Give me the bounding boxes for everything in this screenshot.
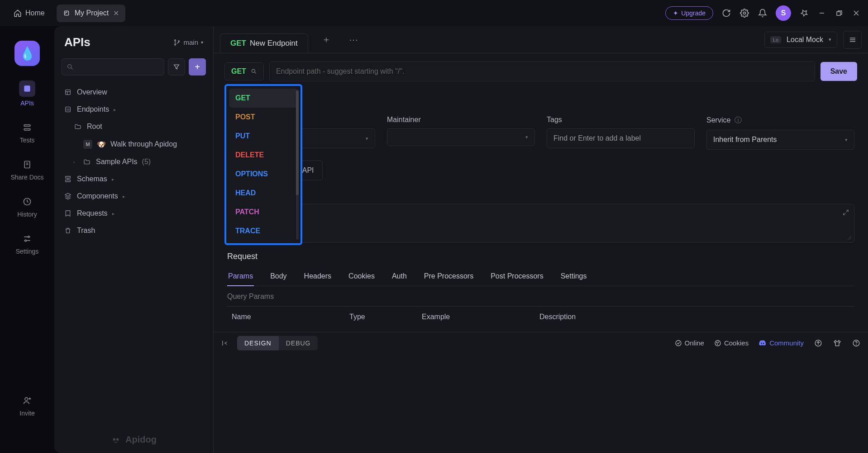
maximize-icon[interactable] [835,9,844,18]
method-option-delete[interactable]: DELETE [229,146,298,165]
svg-point-19 [68,65,72,68]
request-tab-body[interactable]: Body [269,267,287,286]
app-logo[interactable]: 💧 [14,41,40,66]
environment-select[interactable]: Lo Local Mock ▾ [764,32,837,48]
gear-icon[interactable] [739,8,749,18]
search-input[interactable] [62,58,164,76]
method-option-get[interactable]: GET [229,89,298,108]
svg-point-41 [716,342,717,343]
status-online[interactable]: Online [675,339,704,347]
home-button[interactable]: Home [7,5,51,21]
check-circle-icon [675,340,682,347]
expand-icon[interactable] [842,209,849,216]
status-cookies[interactable]: Cookies [714,339,749,347]
dropdown-scrollbar[interactable] [296,90,299,240]
request-tab-auth[interactable]: Auth [391,267,408,286]
content-tab[interactable]: GET New Endpoint [220,33,308,53]
close-window-icon[interactable] [852,9,861,18]
method-option-put[interactable]: PUT [229,127,298,146]
branch-select[interactable]: main ▾ [173,38,203,46]
svg-rect-21 [66,90,71,95]
service-select[interactable]: Inherit from Parents ▾ [706,130,854,150]
project-tab[interactable]: My Project ✕ [57,5,126,22]
tree-walkthrough[interactable]: M 🐶 Walk through Apidog [78,135,210,153]
rail-settings-label: Settings [16,248,39,255]
rail-apis[interactable]: APIs [19,80,35,107]
svg-line-36 [848,236,851,240]
method-option-head[interactable]: HEAD [229,184,298,203]
help-icon[interactable] [852,339,861,348]
mode-design[interactable]: DESIGN [237,336,279,350]
mode-debug[interactable]: DEBUG [279,336,318,350]
requests-icon [63,210,72,217]
description-input[interactable]: Support Markdown [227,204,854,243]
tree-trash[interactable]: Trash [58,222,210,239]
col-name: Name [232,313,349,321]
add-button[interactable]: + [189,58,206,76]
chevron-down-icon: ▾ [366,136,368,142]
method-select[interactable]: GET [224,62,264,80]
save-button[interactable]: Save [820,62,857,81]
help-icon[interactable]: ⓘ [734,116,742,124]
folder-icon [82,158,91,165]
svg-rect-7 [24,125,30,126]
rail-settings[interactable]: Settings [16,232,39,255]
rail-tests-label: Tests [20,137,35,144]
method-option-post[interactable]: POST [229,108,298,127]
rail-history[interactable]: History [17,195,37,218]
tree-root[interactable]: Root [68,118,210,135]
request-tab-settings[interactable]: Settings [560,267,588,286]
tree-components[interactable]: Components ▸ [58,188,210,205]
online-label: Online [685,339,704,347]
tree-requests[interactable]: Requests ▸ [58,205,210,222]
url-input[interactable]: Endpoint path - suggest starting with "/… [269,61,815,81]
tree-sample-apis[interactable]: › Sample APIs (5) [68,153,210,170]
tab-menu-button[interactable]: ⋯ [344,31,362,49]
service-label: Service ⓘ [706,116,854,125]
status-community[interactable]: Community [758,339,804,347]
sidebar-tools: + [54,54,213,80]
rail-tests[interactable]: Tests [20,121,35,144]
project-tab-label: My Project [75,9,109,17]
add-tab-button[interactable]: ＋ [317,31,335,49]
pin-icon[interactable] [799,8,809,18]
sidebar-title: APIs [64,35,91,49]
tree-schemas[interactable]: Schemas ▸ [58,170,210,188]
svg-rect-3 [837,12,840,15]
collapse-sidebar-icon[interactable] [221,339,229,347]
request-tab-cookies[interactable]: Cookies [348,267,376,286]
tests-icon [21,121,33,134]
minimize-icon[interactable] [817,9,826,18]
method-option-options[interactable]: OPTIONS [229,165,298,184]
col-example: Example [422,313,539,321]
upload-icon[interactable] [814,339,823,348]
tree-endpoints[interactable]: 96 Endpoints ▸ [58,101,210,118]
tags-input[interactable]: Find or Enter to add a label [547,128,695,148]
tree-walkthrough-label: Walk through Apidog [110,140,177,148]
avatar[interactable]: S [776,5,791,21]
close-icon[interactable]: ✕ [113,9,119,18]
maintainer-select[interactable]: ▾ [387,128,535,146]
resize-handle-icon[interactable] [847,235,852,241]
form-area: New Endpoint Status Developing ▾ [214,90,868,332]
filter-button[interactable] [168,58,185,76]
upgrade-button[interactable]: ✦ Upgrade [665,6,713,20]
request-tab-headers[interactable]: Headers [303,267,332,286]
shirt-icon[interactable] [833,339,842,348]
sidebar: APIs main ▾ + [54,26,214,453]
caret-icon: ▸ [123,194,125,199]
svg-point-30 [116,438,119,441]
request-tab-pre-processors[interactable]: Pre Processors [423,267,474,286]
rail-share-docs[interactable]: Share Docs [10,158,43,181]
method-option-patch[interactable]: PATCH [229,203,298,222]
bell-icon[interactable] [758,8,768,18]
rail-invite[interactable]: Invite [19,394,34,417]
request-tab-params[interactable]: Params [227,267,254,286]
scrollbar-thumb[interactable] [296,90,299,195]
request-tab-post-processors[interactable]: Post Processors [490,267,544,286]
hamburger-menu[interactable] [844,31,862,49]
refresh-icon[interactable] [721,8,731,18]
tree-overview[interactable]: Overview [58,84,210,101]
endpoint-title-input[interactable]: New Endpoint [227,94,854,106]
method-option-trace[interactable]: TRACE [229,222,298,241]
